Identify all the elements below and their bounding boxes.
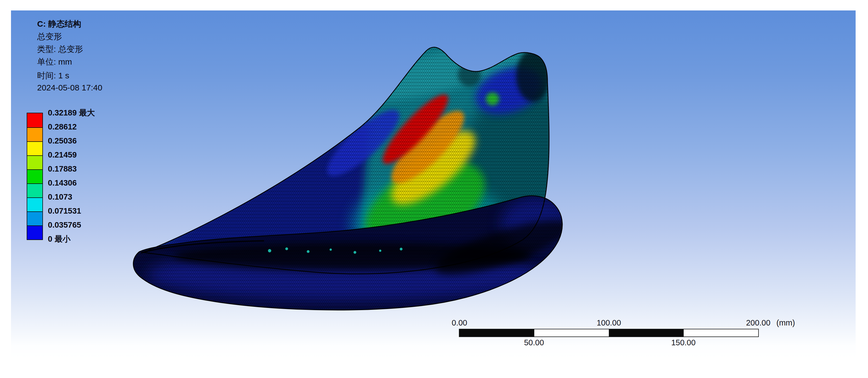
- scale-ruler: 0.00 100.00 200.00 (mm) 50.00 150.00: [459, 329, 759, 337]
- legend-label-5: 0.14306: [48, 178, 77, 187]
- ruler-unit: (mm): [776, 318, 795, 328]
- ruler-seg-1: [460, 329, 534, 337]
- ruler-seg-3: [609, 329, 684, 337]
- ruler-seg-2: [534, 329, 609, 337]
- legend-label-4: 0.17883: [48, 164, 77, 173]
- legend-label-min: 0 最小: [48, 235, 70, 243]
- legend-label-3: 0.21459: [48, 150, 77, 159]
- legend-seg-blue: [27, 226, 42, 239]
- legend-color-bar[interactable]: [27, 113, 43, 240]
- legend-seg-orange: [27, 127, 42, 141]
- ruler-label-0: 0.00: [452, 318, 467, 328]
- legend-seg-yellow: [27, 141, 42, 155]
- legend-label-1: 0.28612: [48, 122, 77, 131]
- legend-seg-yellowgreen: [27, 155, 42, 169]
- graphics-viewport[interactable]: C: 静态结构 总变形 类型: 总变形 单位: mm 时间: 1 s 2024-…: [11, 10, 856, 360]
- result-name: 总变形: [37, 32, 62, 41]
- result-type: 类型: 总变形: [37, 44, 83, 54]
- result-timestamp: 2024-05-08 17:40: [37, 83, 102, 92]
- legend-seg-cyan: [27, 197, 42, 211]
- legend-seg-red: [27, 113, 42, 127]
- result-time: 时间: 1 s: [37, 71, 69, 80]
- ruler-seg-4: [684, 329, 758, 337]
- legend-seg-lightblue: [27, 211, 42, 226]
- legend-label-8: 0.035765: [48, 220, 81, 229]
- legend-label-6: 0.1073: [48, 193, 72, 201]
- legend-label-2: 0.25036: [48, 136, 77, 145]
- legend-label-max: 0.32189 最大: [48, 108, 95, 117]
- result-title: C: 静态结构: [37, 19, 81, 29]
- result-unit: 单位: mm: [37, 57, 72, 67]
- legend-seg-green: [27, 169, 42, 183]
- ruler-label-200: 200.00: [746, 318, 771, 328]
- legend-seg-springgreen: [27, 183, 42, 197]
- ruler-label-150: 150.00: [671, 338, 696, 347]
- ruler-label-50: 50.00: [524, 338, 544, 347]
- ruler-label-100: 100.00: [597, 318, 621, 328]
- legend-label-7: 0.071531: [48, 206, 81, 215]
- screenshot-page: C: 静态结构 总变形 类型: 总变形 单位: mm 时间: 1 s 2024-…: [0, 0, 868, 378]
